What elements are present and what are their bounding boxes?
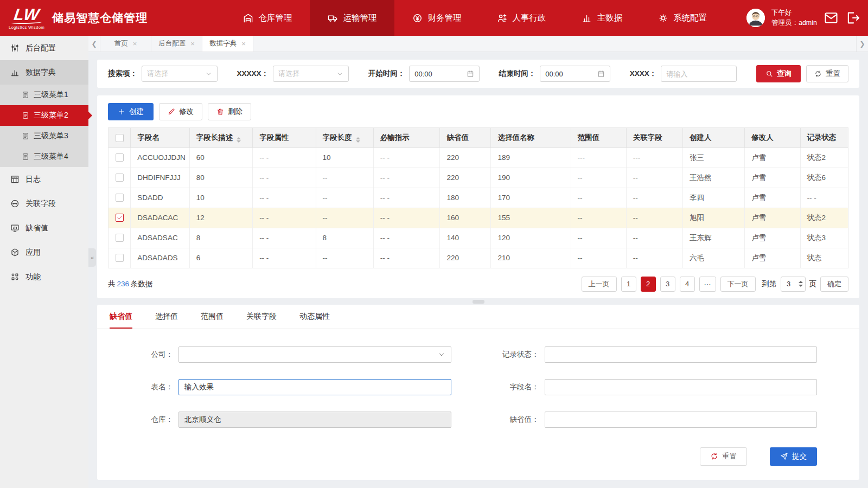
column-header-1[interactable]: 字段长描述 [189,128,252,147]
select-all-checkbox[interactable] [116,134,124,142]
column-header-5[interactable]: 缺省值 [440,128,491,147]
sidebar-subitem-3[interactable]: 三级菜单4 [0,146,88,167]
row-checkbox[interactable] [116,174,124,182]
field-name-row: 字段名： [489,379,818,395]
table-row-3[interactable]: DSADACAC12-- ----- -160155----旭阳卢雪状态2 [108,208,848,228]
record-status-input[interactable] [551,350,812,358]
splitter-grip[interactable] [473,300,484,304]
column-header-7[interactable]: 范围值 [571,128,626,147]
tab-2[interactable]: 数据字典× [202,36,253,52]
company-select[interactable] [178,346,451,363]
sidebar-subitem-1[interactable]: 三级菜单2 [0,105,88,126]
logout-icon[interactable] [845,11,860,25]
detail-tab-1[interactable]: 选择值 [155,305,178,329]
sidebar-item-2[interactable]: 日志 [0,167,88,191]
column-header-9[interactable]: 创建人 [682,128,744,147]
column-header-10[interactable]: 修改人 [745,128,800,147]
avatar[interactable] [746,9,765,27]
page-button-2[interactable]: 2 [641,277,656,292]
sidebar-item-0[interactable]: 后台配置 [0,36,88,60]
sidebar-subitem-2[interactable]: 三级菜单3 [0,126,88,146]
nav-item-2[interactable]: 财务管理 [394,0,479,36]
row-checkbox[interactable] [116,254,124,262]
row-checkbox[interactable] [116,214,124,222]
column-header-6[interactable]: 选择值名称 [491,128,571,147]
page-button-3[interactable]: 3 [660,277,675,292]
next-page-button[interactable]: 下一页 [720,277,756,292]
detail-tab-3[interactable]: 关联字段 [246,305,277,329]
field-name-input[interactable] [551,383,812,391]
sort-icon[interactable] [356,137,360,143]
column-header-0[interactable]: 字段名 [131,128,189,147]
column-header-2[interactable]: 字段属性 [253,128,316,147]
table-row-5[interactable]: ADSADADS6-- ----- -220210----六毛卢雪状态 [108,248,848,268]
nav-item-1[interactable]: 运输管理 [310,0,394,36]
sidebar-item-3[interactable]: 关联字段 [0,191,88,216]
table-cell: 六毛 [682,248,744,268]
submit-button[interactable]: 提交 [770,447,817,466]
calendar-icon[interactable] [597,70,605,78]
column-header-3[interactable]: 字段长度 [316,128,373,147]
page-button-1[interactable]: 1 [621,277,636,292]
filter-reset-button[interactable]: 重置 [806,65,848,82]
end-time-input[interactable] [545,70,597,78]
stepper-arrows-icon[interactable] [796,281,805,287]
page-number-stepper[interactable]: 3 [781,277,806,292]
form-reset-button[interactable]: 重置 [700,447,747,466]
column-header-11[interactable]: 记录状态 [800,128,848,147]
sidebar-item-6[interactable]: 功能 [0,265,88,289]
table-row-2[interactable]: SDADD10-- ----- -180170----李四卢雪-- - [108,188,848,208]
search-item-select[interactable]: 请选择 [142,66,218,82]
delete-button[interactable]: 删除 [208,103,251,120]
column-header-8[interactable]: 关联字段 [626,128,682,147]
prev-page-button[interactable]: 上一页 [582,277,617,292]
goto-confirm-button[interactable]: 确定 [820,277,848,292]
row-checkbox[interactable] [116,194,124,202]
nav-item-0[interactable]: 仓库管理 [225,0,310,36]
table-cell: -- [316,188,373,208]
nav-item-3[interactable]: 人事行政 [479,0,564,36]
xxxx-input[interactable] [666,70,731,78]
sidebar-item-1[interactable]: 数据字典 [0,60,88,85]
default-value-input[interactable] [551,415,812,423]
table-cell: -- - [373,147,440,168]
table-row-0[interactable]: ACCUOJJDJN60-- -10-- -220189------张三卢雪状态… [108,147,848,168]
calendar-icon[interactable] [467,70,474,78]
sidebar-item-4[interactable]: 缺省值 [0,216,88,240]
tab-0[interactable]: 首页× [100,36,151,52]
detail-tab-4[interactable]: 动态属性 [299,305,330,329]
table-cell: 160 [440,208,491,228]
warehouse-row: 仓库： [123,412,451,428]
create-button[interactable]: 创建 [108,103,154,120]
tab-1[interactable]: 后台配置× [151,36,202,52]
column-header-4[interactable]: 必输指示 [373,128,440,147]
table-name-input[interactable] [184,383,445,391]
record-total: 共236条数据 [108,279,153,289]
nav-item-5[interactable]: 系统配置 [640,0,725,36]
nav-item-4[interactable]: 主数据 [564,0,640,36]
page-button-···[interactable]: ··· [699,277,716,292]
tabs-scroll-right-icon[interactable]: ❯ [856,36,868,52]
detail-tab-2[interactable]: 范围值 [201,305,224,329]
row-checkbox[interactable] [116,153,124,162]
xxxxx-select[interactable]: 请选择 [273,66,349,82]
detail-tab-0[interactable]: 缺省值 [110,305,132,329]
sidebar-item-5[interactable]: 应用 [0,240,88,265]
close-icon[interactable]: × [190,40,195,48]
table-cell: 140 [440,228,491,248]
tabs-scroll-left-icon[interactable]: ❮ [88,36,100,52]
mail-icon[interactable] [824,11,839,25]
start-time-input[interactable] [414,70,467,78]
sort-icon[interactable] [237,137,241,143]
table-row-1[interactable]: DHDIFNFJJJ80-- ----- -220190----王浩然卢雪状态6 [108,168,848,188]
page-button-4[interactable]: 4 [680,277,695,292]
sidebar-subitem-0[interactable]: 三级菜单1 [0,85,88,105]
edit-button[interactable]: 修改 [159,103,202,120]
sidebar-collapse-handle[interactable]: « [88,248,96,267]
close-icon[interactable]: × [133,40,137,48]
table-cell: 10 [189,188,252,208]
close-icon[interactable]: × [241,40,246,48]
query-button[interactable]: 查询 [756,65,801,82]
table-row-4[interactable]: ADSADSAC8-- -8-- -140120----王东辉卢雪状态3 [108,228,848,248]
row-checkbox[interactable] [116,234,124,242]
